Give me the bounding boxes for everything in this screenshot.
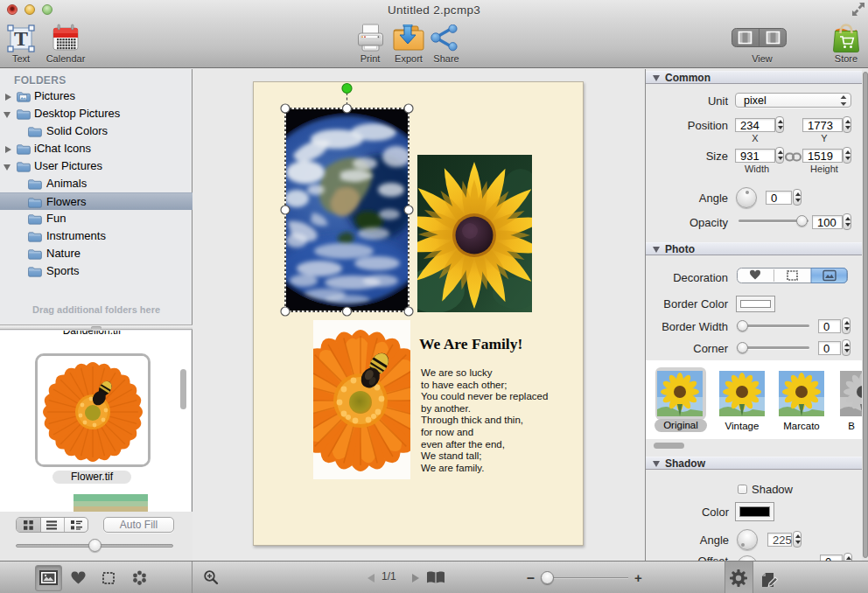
svg-text:T: T: [14, 27, 28, 50]
